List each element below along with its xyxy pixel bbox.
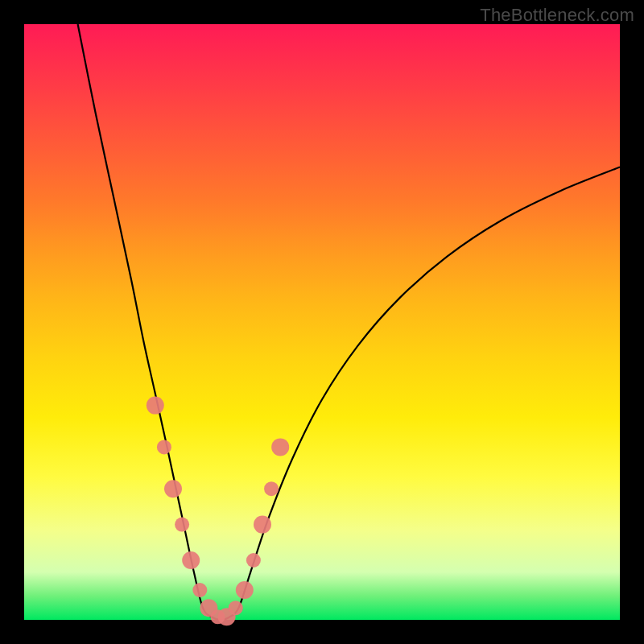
highlight-dot: [164, 480, 182, 497]
highlight-dot: [254, 516, 271, 534]
watermark-text: TheBottleneck.com: [480, 5, 634, 26]
chart-svg: [24, 24, 620, 620]
highlight-dot: [182, 551, 200, 569]
highlight-dot: [271, 438, 289, 456]
curve-layer: [78, 24, 620, 620]
chart-frame: TheBottleneck.com: [0, 0, 644, 644]
highlight-dot: [246, 553, 261, 568]
highlight-dot: [192, 583, 207, 597]
highlight-dot: [264, 481, 279, 496]
highlight-dot: [229, 601, 243, 615]
highlight-dot: [157, 440, 171, 454]
highlight-dot: [147, 397, 164, 415]
dot-layer: [147, 397, 289, 626]
bottleneck-curve: [78, 24, 620, 620]
highlight-dot: [175, 518, 189, 532]
plot-area: [24, 24, 620, 620]
highlight-dot: [236, 581, 254, 599]
